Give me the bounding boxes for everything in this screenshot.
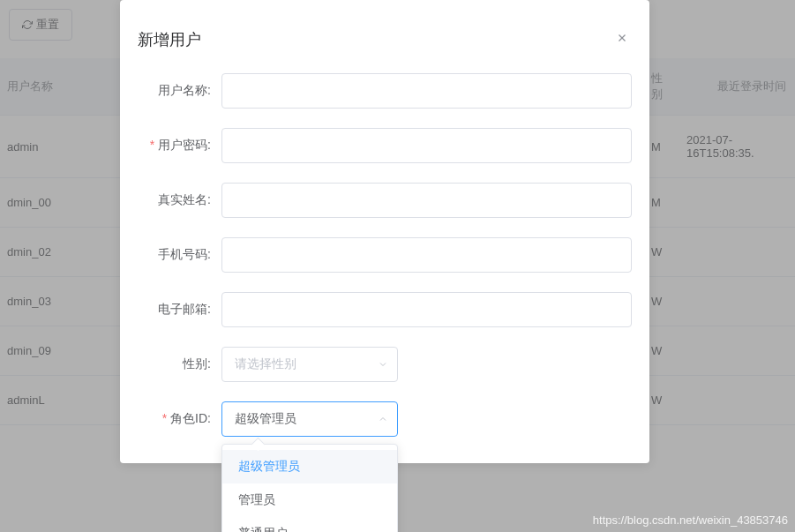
add-user-modal: 新增用户 用户名称: 用户密码: 真实姓名: 手机号码: 电子邮箱: 性别: 请… bbox=[120, 0, 649, 463]
input-username[interactable] bbox=[221, 73, 632, 109]
row-username: 用户名称: bbox=[138, 73, 632, 109]
role-option[interactable]: 普通用户 bbox=[222, 517, 397, 532]
watermark: https://blog.csdn.net/weixin_43853746 bbox=[593, 513, 788, 527]
row-gender: 性别: 请选择性别 bbox=[138, 347, 632, 382]
chevron-up-icon bbox=[378, 414, 388, 424]
close-button[interactable] bbox=[612, 26, 632, 52]
input-realname[interactable] bbox=[221, 183, 632, 218]
modal-title: 新增用户 bbox=[138, 29, 201, 50]
input-password[interactable] bbox=[221, 128, 632, 163]
label-username: 用户名称: bbox=[138, 83, 221, 99]
label-password: 用户密码: bbox=[138, 138, 221, 154]
modal-header: 新增用户 bbox=[138, 18, 632, 73]
role-option[interactable]: 超级管理员 bbox=[222, 450, 397, 483]
label-gender: 性别: bbox=[138, 356, 221, 372]
chevron-down-icon bbox=[378, 359, 388, 370]
row-role: 角色ID: 超级管理员 超级管理员 管理员 普通用户 超级管理员 bbox=[138, 401, 632, 437]
label-role: 角色ID: bbox=[138, 411, 221, 427]
label-phone: 手机号码: bbox=[138, 247, 221, 263]
row-phone: 手机号码: bbox=[138, 237, 632, 273]
row-email: 电子邮箱: bbox=[138, 292, 632, 327]
select-gender[interactable]: 请选择性别 bbox=[221, 347, 398, 382]
label-email: 电子邮箱: bbox=[138, 302, 221, 318]
close-icon bbox=[616, 32, 628, 44]
row-password: 用户密码: bbox=[138, 128, 632, 163]
role-dropdown: 超级管理员 管理员 普通用户 超级管理员 bbox=[221, 444, 398, 532]
role-option[interactable]: 管理员 bbox=[222, 483, 397, 517]
select-role-value: 超级管理员 bbox=[235, 411, 296, 427]
select-gender-value: 请选择性别 bbox=[235, 356, 296, 372]
input-phone[interactable] bbox=[221, 237, 632, 273]
label-realname: 真实姓名: bbox=[138, 192, 221, 208]
row-realname: 真实姓名: bbox=[138, 183, 632, 218]
select-role[interactable]: 超级管理员 bbox=[221, 401, 398, 437]
input-email[interactable] bbox=[221, 292, 632, 327]
